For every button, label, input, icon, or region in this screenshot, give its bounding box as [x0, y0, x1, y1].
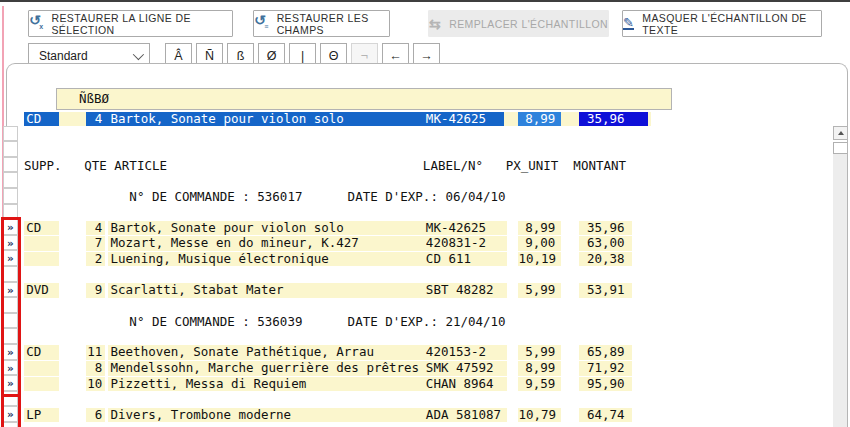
scrollbar-thumb[interactable] [833, 142, 848, 154]
row-marker-cell [3, 157, 18, 173]
restore-selection-label: RESTAURER LA LIGNE DE SÉLECTION [51, 12, 232, 36]
replace-sample-label: REMPLACER L'ÉCHANTILLON [449, 18, 608, 30]
article-field[interactable]: Scarlatti, Stabat Mater [108, 283, 427, 298]
detail-row: LP6Divers, Trombone moderneADA 58108710,… [21, 407, 831, 423]
unit-price-field[interactable]: 10,19 [518, 252, 561, 267]
article-field[interactable]: Bartok, Sonate pour violon solo [108, 221, 427, 236]
unit-price-field[interactable]: 8,99 [518, 221, 561, 236]
article-field[interactable]: Pizzetti, Messa di Requiem [108, 377, 427, 392]
chevron-down-icon [133, 48, 144, 59]
style-dropdown-value: Standard [39, 49, 88, 63]
blank-line [21, 205, 831, 221]
row-marker-cell [3, 172, 18, 188]
detail-row: CD4Bartok, Sonate pour violon soloMK-426… [21, 220, 831, 236]
qte-field[interactable]: 2 [86, 252, 105, 267]
amount-field[interactable]: 20,38 [579, 252, 632, 267]
detail-row: 10Pizzetti, Messa di RequiemCHAN 89649,5… [21, 376, 831, 392]
row-marker-cell [3, 188, 18, 204]
blank-line [21, 298, 831, 314]
amount-field[interactable]: 53,91 [579, 283, 632, 298]
label-field[interactable]: 420153-2 [424, 345, 507, 360]
red-annotation-box [1, 217, 21, 397]
amount-field[interactable]: 35,96 [579, 221, 632, 236]
row-marker-cell [3, 141, 18, 157]
unit-price-field[interactable]: 9,00 [518, 236, 561, 251]
blank-line [21, 329, 831, 345]
unit-price-field[interactable]: 10,79 [518, 408, 561, 423]
label-field[interactable]: SMK 47592 [424, 361, 507, 376]
blank-line [21, 392, 831, 408]
unit-price-field[interactable]: 5,99 [518, 345, 561, 360]
supp-field[interactable] [24, 377, 59, 392]
label-field[interactable]: 420831-2 [424, 236, 507, 251]
label-field[interactable]: SBT 48282 [424, 283, 507, 298]
unit-price-field[interactable]: 9,59 [518, 377, 561, 392]
restore-fields-button[interactable]: ↺≡ RESTAURER LES CHAMPS [253, 10, 390, 37]
supp-field[interactable]: DVD [24, 283, 59, 298]
unit-price-field[interactable]: 8,99 [518, 361, 561, 376]
blank-line [21, 173, 831, 189]
blank-line [21, 423, 831, 427]
amount-field[interactable]: 65,89 [579, 345, 632, 360]
supp-field[interactable]: LP [24, 408, 59, 423]
red-annotation-box [1, 397, 21, 427]
undo-fields-icon: ↺≡ [254, 13, 269, 34]
label-field[interactable]: MK-42625 [424, 112, 507, 127]
article-field[interactable]: Beethoven, Sonate Pathétique, Arrau [108, 345, 427, 360]
amount-field[interactable]: 35,96 [579, 112, 648, 127]
triangle-up-icon [838, 131, 844, 135]
selection-row: CD4Bartok, Sonate pour violon soloMK-426… [21, 111, 831, 127]
article-field[interactable]: Bartok, Sonate pour violon solo [108, 112, 427, 127]
article-field[interactable]: Mendelssohn, Marche guerrière des prêtre… [108, 361, 427, 376]
supp-field[interactable]: CD [24, 345, 59, 360]
label-field[interactable]: CHAN 8964 [424, 377, 507, 392]
edit-pencil-icon: ✎ [623, 17, 634, 30]
row-marker-cell [3, 126, 18, 142]
label-field[interactable]: MK-42625 [424, 221, 507, 236]
scrollbar-track[interactable] [833, 154, 848, 427]
amount-field[interactable]: 71,92 [579, 361, 632, 376]
detail-row: DVD9Scarlatti, Stabat MaterSBT 482825,99… [21, 283, 831, 299]
supp-field[interactable] [24, 236, 59, 251]
replace-sample-button[interactable]: ⇆ REMPLACER L'ÉCHANTILLON [428, 10, 609, 37]
supp-field[interactable] [24, 252, 59, 267]
restore-selection-button[interactable]: ↺x RESTAURER LA LIGNE DE SÉLECTION [28, 10, 233, 37]
scroll-up-button[interactable] [833, 126, 848, 140]
window-top-border [0, 0, 850, 2]
qte-field[interactable]: 9 [86, 283, 105, 298]
qte-field[interactable]: 8 [86, 361, 105, 376]
article-field[interactable]: Divers, Trombone moderne [108, 408, 427, 423]
mask-sample-label: MASQUER L'ÉCHANTILLON DE TEXTE [642, 12, 821, 36]
article-field[interactable]: Mozart, Messe en do mineur, K.427 [108, 236, 427, 251]
label-field[interactable]: CD 611 [424, 252, 507, 267]
amount-field[interactable]: 64,74 [579, 408, 632, 423]
qte-field[interactable]: 4 [86, 221, 105, 236]
unit-price-field[interactable]: 5,99 [518, 283, 561, 298]
replace-sample-icon: ⇆ [429, 17, 441, 31]
undo-selection-icon: ↺x [29, 13, 43, 34]
detail-row: 8Mendelssohn, Marche guerrière des prêtr… [21, 361, 831, 377]
qte-field[interactable]: 7 [86, 236, 105, 251]
article-field[interactable]: Luening, Musique électronique [108, 252, 427, 267]
qte-field[interactable]: 10 [86, 377, 105, 392]
sample-text-area: CD4Bartok, Sonate pour violon soloMK-426… [21, 111, 831, 427]
column-header-line: SUPP. QTE ARTICLE LABEL/N° PX_UNIT MONTA… [21, 158, 831, 174]
label-field[interactable]: ADA 581087 [424, 408, 507, 423]
blank-line [21, 142, 831, 158]
mask-sample-button[interactable]: ✎ MASQUER L'ÉCHANTILLON DE TEXTE [622, 10, 822, 37]
supp-field[interactable] [24, 361, 59, 376]
supp-field[interactable]: CD [24, 112, 59, 127]
detail-row: 2Luening, Musique électroniqueCD 61110,1… [21, 251, 831, 267]
amount-field[interactable]: 95,90 [579, 377, 632, 392]
detail-row: 7Mozart, Messe en do mineur, K.427420831… [21, 236, 831, 252]
amount-field[interactable]: 63,00 [579, 236, 632, 251]
supp-field[interactable]: CD [24, 221, 59, 236]
qte-field[interactable]: 6 [86, 408, 105, 423]
qte-field[interactable]: 4 [86, 112, 105, 127]
order-header-line: N° DE COMMANDE : 536039 DATE D'EXP.: 21/… [21, 314, 831, 330]
restore-fields-label: RESTAURER LES CHAMPS [277, 12, 389, 36]
qte-field[interactable]: 11 [86, 345, 105, 360]
field-trap-band[interactable]: ÑßBØ [56, 88, 672, 110]
unit-price-field[interactable]: 8,99 [518, 112, 561, 127]
order-header-line: N° DE COMMANDE : 536017 DATE D'EXP.: 06/… [21, 189, 831, 205]
